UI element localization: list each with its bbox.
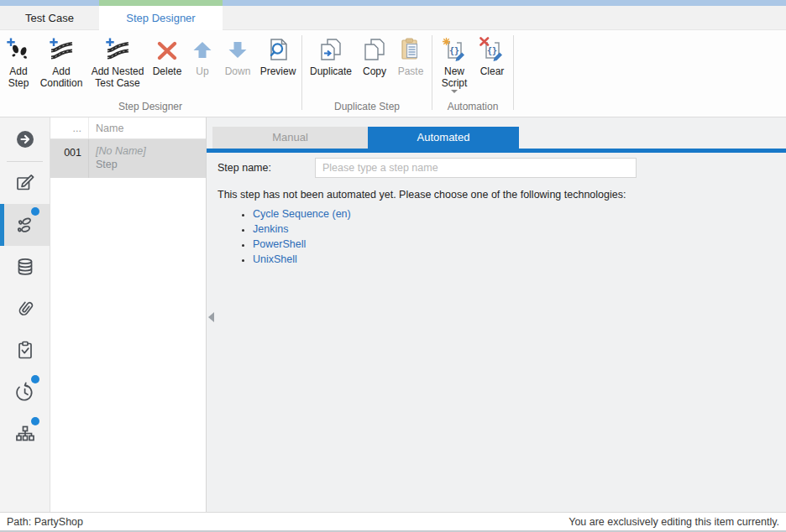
step-name-label: Step name: (217, 162, 315, 174)
add-nested-test-case-tracks-icon (105, 35, 130, 64)
duplicate-button[interactable]: Duplicate (305, 30, 357, 77)
new-script-icon: {} (442, 35, 467, 64)
sidebar-item-history[interactable] (0, 372, 50, 414)
preview-label: Preview (260, 65, 296, 77)
editor-tab-underline (207, 149, 786, 153)
copy-button[interactable]: Copy (357, 30, 392, 77)
arrow-up-icon (190, 35, 215, 64)
step-editor-panel: Manual Automated Step name: This step ha… (207, 117, 786, 512)
down-label: Down (225, 65, 251, 77)
step-list-row[interactable]: 001 [No Name] Step (50, 139, 206, 178)
sidebar-item-tasks[interactable] (0, 330, 50, 372)
hierarchy-badge (31, 417, 39, 425)
copy-pages-icon (362, 35, 387, 64)
new-script-label: New Script (435, 65, 474, 89)
edit-icon (14, 172, 36, 194)
automation-info-text: This step has not been automated yet. Pl… (217, 189, 786, 201)
tab-test-case[interactable]: Test Case (0, 6, 99, 30)
new-script-button[interactable]: {} New Script (435, 30, 474, 93)
arrow-down-icon (225, 35, 250, 64)
technology-link-cycle-sequence[interactable]: Cycle Sequence (en) (253, 208, 351, 220)
step-name-value: [No Name] (96, 145, 206, 157)
preview-button[interactable]: Preview (257, 30, 299, 77)
technology-link-powershell[interactable]: PowerShell (253, 238, 306, 250)
active-tab-highlight-strip (99, 0, 223, 6)
group-label-duplicate-step: Duplicate Step (305, 99, 429, 117)
paste-button[interactable]: Paste (392, 30, 429, 77)
add-condition-button[interactable]: Add Condition (35, 30, 87, 89)
delete-button[interactable]: Delete (148, 30, 186, 77)
clear-button[interactable]: {} Clear (474, 30, 511, 77)
paste-label: Paste (398, 65, 424, 77)
sidebar-item-hierarchy[interactable] (0, 414, 50, 456)
duplicate-pages-icon (318, 35, 343, 64)
paperclip-icon (14, 298, 36, 320)
history-icon (14, 382, 36, 404)
collapse-panel-arrow-icon[interactable] (208, 312, 214, 322)
status-edit-message: You are exclusively editing this item cu… (569, 516, 779, 528)
add-condition-label: Add Condition (35, 65, 87, 89)
step-list-header: ... Name (50, 117, 206, 139)
ribbon-separator (513, 35, 514, 110)
up-label: Up (196, 65, 208, 77)
technology-list: Cycle Sequence (en) Jenkins PowerShell U… (238, 208, 786, 265)
group-label-step-designer: Step Designer (2, 99, 299, 117)
status-bar: Path: PartyShop You are exclusively edit… (0, 512, 786, 532)
paste-clipboard-icon (398, 35, 423, 64)
sidebar-item-data[interactable] (0, 246, 50, 288)
duplicate-label: Duplicate (310, 65, 352, 77)
step-name-column-header[interactable]: Name (89, 117, 206, 138)
delete-label: Delete (153, 65, 182, 77)
ribbon-toolbar: Add Step Add Condition (0, 30, 786, 117)
sidebar-item-attachments[interactable] (0, 288, 50, 330)
sidebar-item-steps[interactable] (0, 204, 50, 246)
window-top-strip (0, 0, 786, 6)
down-button[interactable]: Down (218, 30, 257, 77)
add-condition-tracks-icon (49, 35, 74, 64)
ribbon-group-step-designer: Add Step Add Condition (2, 30, 299, 117)
ribbon-group-automation: {} New Script {} Clear (435, 30, 511, 117)
ribbon-group-duplicate-step: Duplicate Copy (305, 30, 429, 117)
technology-list-item: Cycle Sequence (en) (253, 208, 786, 220)
technology-link-jenkins[interactable]: Jenkins (253, 223, 288, 235)
tab-step-designer[interactable]: Step Designer (99, 6, 223, 30)
add-nested-test-case-label: Add Nested Test Case (87, 65, 148, 89)
add-nested-test-case-button[interactable]: Add Nested Test Case (87, 30, 148, 89)
step-number: 001 (50, 139, 89, 178)
steps-footprints-icon (13, 213, 37, 237)
preview-magnifier-page-icon (265, 35, 291, 64)
ribbon-separator (301, 35, 302, 110)
sidebar-item-edit[interactable] (0, 162, 50, 204)
ribbon-separator (432, 35, 432, 110)
sidebar-item-navigate[interactable] (0, 117, 50, 161)
tab-automated[interactable]: Automated (368, 127, 519, 149)
svg-text:{}: {} (487, 46, 497, 55)
technology-list-item: UnixShell (253, 253, 786, 265)
history-badge (31, 375, 39, 383)
up-button[interactable]: Up (186, 30, 218, 77)
add-step-footprints-icon (6, 35, 31, 64)
add-step-button[interactable]: Add Step (2, 30, 35, 89)
svg-text:{}: {} (449, 46, 459, 55)
status-path: Path: PartyShop (7, 516, 83, 528)
step-type: Step (96, 159, 206, 170)
step-name-input[interactable] (315, 158, 637, 178)
editor-tab-bar: Manual Automated (212, 127, 786, 149)
step-list-panel: ... Name 001 [No Name] Step (50, 117, 207, 512)
copy-label: Copy (363, 65, 386, 77)
go-arrow-circle-icon (14, 128, 36, 150)
technology-link-unixshell[interactable]: UnixShell (253, 253, 297, 265)
left-sidebar (0, 117, 50, 512)
add-step-label: Add Step (2, 65, 35, 89)
new-script-dropdown-icon[interactable] (451, 90, 458, 93)
database-icon (14, 256, 36, 278)
technology-list-item: PowerShell (253, 238, 786, 250)
steps-badge (31, 207, 39, 216)
group-label-automation: Automation (435, 99, 511, 117)
clear-label: Clear (480, 65, 505, 77)
hierarchy-icon (14, 424, 36, 446)
clipboard-check-icon (14, 340, 36, 362)
app-tab-bar: Test Case Step Designer (0, 6, 786, 30)
tab-manual[interactable]: Manual (212, 127, 368, 149)
step-number-column-header[interactable]: ... (50, 117, 89, 138)
